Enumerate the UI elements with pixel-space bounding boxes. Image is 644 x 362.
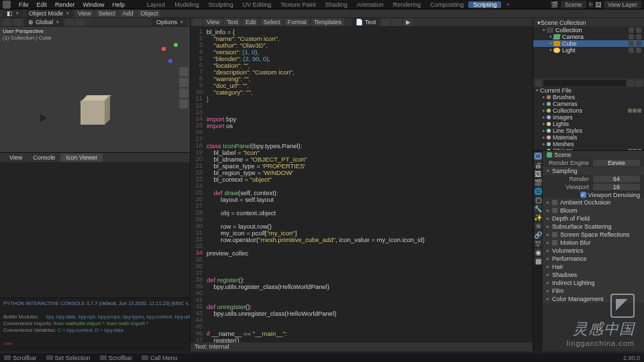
prop-tab-material-icon[interactable]: ◉ (534, 248, 542, 256)
section-sampling[interactable]: Sampling (543, 167, 644, 175)
ws-sculpting[interactable]: Sculpting (204, 1, 238, 8)
ws-shading[interactable]: Shading (321, 1, 352, 8)
menu-render[interactable]: Render (51, 1, 79, 8)
te-menu-text[interactable]: Text (224, 18, 241, 26)
proportional-icon[interactable] (76, 19, 85, 26)
cube-mesh[interactable] (80, 101, 105, 125)
current-file-header[interactable]: ▾Current File (533, 87, 644, 94)
section-subsurface-scattering[interactable]: Subsurface Scattering (543, 223, 644, 231)
te-menu-templates[interactable]: Templates (311, 18, 344, 26)
outliner-item-camera[interactable]: ▾Camera (533, 34, 644, 40)
ws-animation[interactable]: Animation (352, 1, 388, 8)
blend-item-line-styles[interactable]: ▸Line Styles (533, 127, 644, 134)
filter-icon[interactable] (627, 80, 634, 86)
prop-tab-object-icon[interactable]: ▢ (534, 196, 542, 204)
menu-file[interactable]: File (15, 1, 33, 8)
te-menu-edit[interactable]: Edit (243, 18, 259, 26)
ws-scripting[interactable]: Scripting (468, 1, 501, 8)
prop-tab-mesh-icon[interactable]: ▽ (534, 239, 542, 247)
prop-tab-physics-icon[interactable]: ⚛ (534, 222, 542, 230)
section-depth-of-field[interactable]: Depth of Field (543, 215, 644, 223)
vp-menu-view[interactable]: View (75, 9, 93, 17)
te-menu-format[interactable]: Format (284, 18, 309, 26)
text-datablock[interactable]: 📄 Text (352, 18, 380, 26)
3d-viewport[interactable]: User Perspective (1) Collection | Cube (0, 27, 190, 153)
orientation-dropdown[interactable]: ⊕ Global (24, 18, 63, 26)
denoise-checkbox[interactable]: ✓ (580, 192, 586, 198)
section-performance[interactable]: Performance (543, 255, 644, 263)
te-menu-select[interactable]: Select (260, 18, 282, 26)
viewport-samples-input[interactable]: 16 (593, 184, 640, 190)
outliner-item-cube[interactable]: ▾Cube (533, 40, 644, 47)
console-prompt[interactable]: >>> (3, 341, 186, 347)
vp-menu-select[interactable]: Select (95, 9, 117, 17)
snap-icon[interactable] (65, 19, 74, 26)
text-editor-type-icon[interactable] (193, 19, 202, 26)
mode-dropdown[interactable]: Object Mode (25, 9, 73, 17)
viewlayer-field[interactable]: View Layer (604, 1, 641, 9)
python-console[interactable]: PYTHON INTERACTIVE CONSOLE 3.7.7 (defaul… (0, 298, 190, 351)
menu-window[interactable]: Window (79, 1, 109, 8)
outliner-item-collection[interactable]: ▾Collection (533, 27, 644, 34)
blend-item-materials[interactable]: ▸Materials (533, 134, 644, 141)
options-dropdown[interactable]: Options (152, 18, 187, 26)
prop-tab-render-icon[interactable]: 🖵 (534, 152, 542, 160)
ws-texpaint[interactable]: Texture Paint (276, 1, 321, 8)
axis-x-icon[interactable] (162, 47, 166, 51)
camera-object-icon[interactable] (40, 114, 47, 122)
te-menu-view[interactable]: View (204, 18, 222, 26)
ws-rendering[interactable]: Rendering (388, 1, 426, 8)
scene-field[interactable]: Scene (561, 1, 586, 9)
ortho-icon[interactable] (179, 99, 189, 109)
cursor-tool-icon[interactable] (3, 19, 11, 26)
blend-item-collections[interactable]: ▸Collections (533, 107, 644, 114)
tab-console[interactable]: Console (28, 154, 60, 162)
prop-tab-particle-icon[interactable]: ✨ (534, 213, 542, 221)
prop-tab-constraint-icon[interactable]: 🔗 (534, 231, 542, 239)
outliner-search-input[interactable] (543, 80, 626, 86)
scene-new-icon[interactable]: ⎘ (589, 1, 592, 8)
text-editor[interactable]: 1234567891011121314151617181920212223242… (191, 27, 533, 343)
menu-edit[interactable]: Edit (33, 1, 52, 8)
section-shadows[interactable]: Shadows (543, 271, 644, 279)
prop-tab-output-icon[interactable]: 🖨 (534, 161, 542, 169)
pan-icon[interactable] (179, 78, 189, 87)
prop-tab-modifier-icon[interactable]: 🔧 (534, 204, 542, 213)
ws-layout[interactable]: Layout (142, 1, 170, 8)
axis-z-icon[interactable] (168, 59, 172, 63)
blend-item-images[interactable]: ▸Images (533, 114, 644, 121)
menu-help[interactable]: Help (109, 1, 129, 8)
unlink-text-icon[interactable] (392, 19, 401, 26)
outliner-item-light[interactable]: ▾Light (533, 47, 644, 54)
new-collection-icon[interactable] (635, 80, 642, 86)
tab-icon-viewer[interactable]: Icon Viewer (60, 154, 103, 162)
blend-item-meshes[interactable]: ▸Meshes (533, 141, 644, 147)
section-film[interactable]: Film (543, 287, 644, 295)
tab-view[interactable]: View (4, 154, 28, 162)
current-file-tree[interactable]: ▾Current File ▸Brushes▸Cameras▸Collectio… (533, 87, 644, 150)
axis-y-icon[interactable] (174, 43, 178, 47)
run-script-button[interactable]: ▶ (403, 18, 413, 26)
section-ambient-occlusion[interactable]: Ambient Occlusion (543, 198, 644, 206)
app-logo-icon[interactable] (3, 1, 11, 9)
outliner[interactable]: ▾Scene Collection ▾Collection▾Camera▾Cub… (533, 18, 644, 78)
code-area[interactable]: bl_info = { "name": "Custom icon", "auth… (207, 27, 533, 343)
camera-icon[interactable] (179, 88, 189, 98)
nav-gizmo[interactable] (162, 43, 182, 63)
select-tool-icon[interactable] (13, 19, 22, 26)
prop-tab-texture-icon[interactable]: ▦ (534, 257, 542, 265)
editor-type-icon[interactable]: ◧ (3, 9, 23, 17)
engine-dropdown[interactable]: Eevee (593, 160, 640, 166)
vp-menu-object[interactable]: Object (138, 9, 160, 17)
section-color-management[interactable]: Color Management (543, 295, 644, 303)
ws-modeling[interactable]: Modeling (170, 1, 204, 8)
display-mode-icon[interactable] (535, 80, 542, 86)
render-samples-input[interactable]: 64 (593, 176, 640, 182)
section-volumetrics[interactable]: Volumetrics (543, 247, 644, 255)
new-text-icon[interactable] (382, 19, 390, 26)
props-scene-name[interactable]: Scene (554, 152, 572, 158)
prop-tab-viewlayer-icon[interactable]: 🖼 (534, 170, 542, 178)
blend-item-lights[interactable]: ▸Lights (533, 121, 644, 127)
ws-uv[interactable]: UV Editing (238, 1, 276, 8)
section-hair[interactable]: Hair (543, 263, 644, 271)
